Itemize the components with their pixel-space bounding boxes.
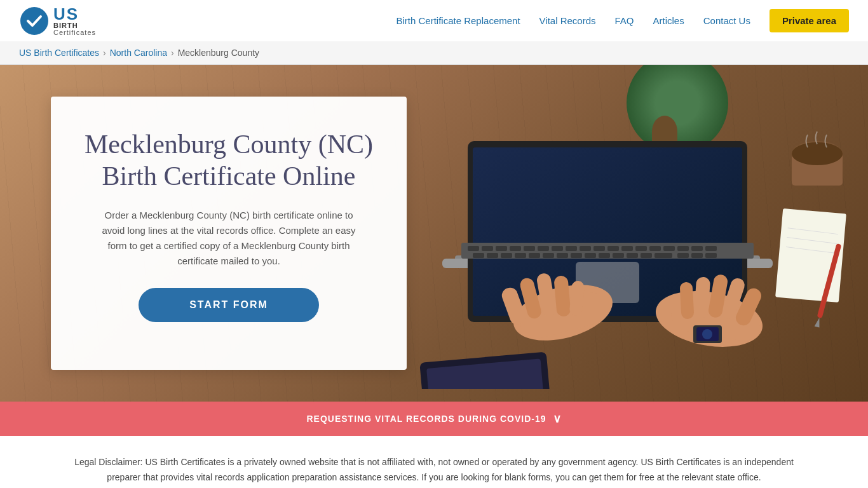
start-form-button[interactable]: START FORM — [139, 288, 319, 322]
svg-rect-11 — [510, 246, 521, 251]
svg-point-60 — [702, 329, 712, 339]
breadcrumb: US Birth Certificates › North Carolina ›… — [0, 41, 868, 65]
svg-rect-16 — [580, 246, 591, 251]
svg-rect-26 — [473, 253, 484, 258]
svg-point-63 — [792, 142, 843, 165]
svg-rect-27 — [487, 253, 498, 258]
logo[interactable]: US BIRTH Certificates — [19, 6, 96, 36]
nav-faq[interactable]: FAQ — [615, 15, 634, 26]
nav-vital-records[interactable]: Vital Records — [539, 15, 596, 26]
svg-rect-40 — [677, 253, 689, 258]
breadcrumb-sep2: › — [171, 48, 174, 58]
covid-banner-text: REQUESTING VITAL RECORDS DURING COVID-19 — [306, 414, 546, 424]
breadcrumb-state[interactable]: North Carolina — [110, 48, 167, 58]
svg-rect-17 — [593, 246, 605, 251]
nav-contact[interactable]: Contact Us — [703, 15, 750, 26]
svg-rect-34 — [585, 253, 596, 258]
svg-rect-25 — [705, 246, 717, 251]
svg-rect-28 — [501, 253, 512, 258]
svg-rect-18 — [607, 246, 619, 251]
svg-rect-38 — [641, 253, 652, 258]
nav-private-area[interactable]: Private area — [770, 9, 849, 32]
svg-rect-22 — [663, 246, 675, 251]
svg-rect-21 — [649, 246, 661, 251]
svg-rect-42 — [705, 253, 717, 258]
logo-text: US BIRTH Certificates — [53, 6, 96, 36]
hero-title: Mecklenburg County (NC) Birth Certificat… — [83, 128, 375, 193]
nav-articles[interactable]: Articles — [653, 15, 684, 26]
breadcrumb-sep1: › — [103, 48, 106, 58]
svg-rect-37 — [627, 253, 638, 258]
logo-certs-text: Certificates — [53, 29, 96, 36]
svg-rect-32 — [557, 253, 568, 258]
svg-rect-33 — [571, 253, 582, 258]
svg-rect-39 — [654, 253, 672, 258]
svg-rect-9 — [482, 246, 493, 251]
site-header: US BIRTH Certificates Birth Certificate … — [0, 0, 868, 41]
svg-rect-15 — [566, 246, 577, 251]
svg-rect-56 — [694, 276, 710, 318]
svg-rect-20 — [635, 246, 647, 251]
svg-rect-29 — [515, 253, 526, 258]
covid-banner[interactable]: REQUESTING VITAL RECORDS DURING COVID-19… — [0, 402, 868, 436]
svg-rect-12 — [524, 246, 535, 251]
logo-icon — [19, 6, 50, 36]
logo-us-text: US — [53, 6, 96, 22]
disclaimer-text: Legal Disclaimer: US Birth Certificates … — [64, 455, 804, 485]
svg-rect-57 — [679, 282, 694, 320]
svg-rect-8 — [468, 246, 479, 251]
breadcrumb-current: Mecklenburg County — [178, 48, 259, 58]
svg-point-0 — [20, 7, 48, 35]
nav-birth-cert[interactable]: Birth Certificate Replacement — [396, 15, 520, 26]
svg-rect-30 — [529, 253, 540, 258]
svg-rect-14 — [552, 246, 563, 251]
svg-rect-13 — [538, 246, 549, 251]
svg-rect-31 — [543, 253, 554, 258]
hero-section: Mecklenburg County (NC) Birth Certificat… — [0, 65, 868, 402]
svg-rect-36 — [613, 253, 624, 258]
logo-birth-text: BIRTH — [53, 22, 96, 29]
hero-laptop-image — [404, 116, 849, 389]
breadcrumb-home[interactable]: US Birth Certificates — [19, 48, 99, 58]
hero-card: Mecklenburg County (NC) Birth Certificat… — [51, 97, 407, 370]
disclaimer-section: Legal Disclaimer: US Birth Certificates … — [0, 436, 868, 488]
svg-rect-10 — [496, 246, 507, 251]
svg-rect-35 — [599, 253, 610, 258]
svg-rect-23 — [677, 246, 689, 251]
svg-rect-19 — [621, 246, 633, 251]
covid-chevron-icon: ∨ — [553, 412, 562, 426]
hero-description: Order a Mecklenburg County (NC) birth ce… — [95, 208, 362, 269]
main-nav: Birth Certificate Replacement Vital Reco… — [396, 9, 849, 32]
svg-rect-24 — [691, 246, 703, 251]
svg-rect-41 — [691, 253, 703, 258]
